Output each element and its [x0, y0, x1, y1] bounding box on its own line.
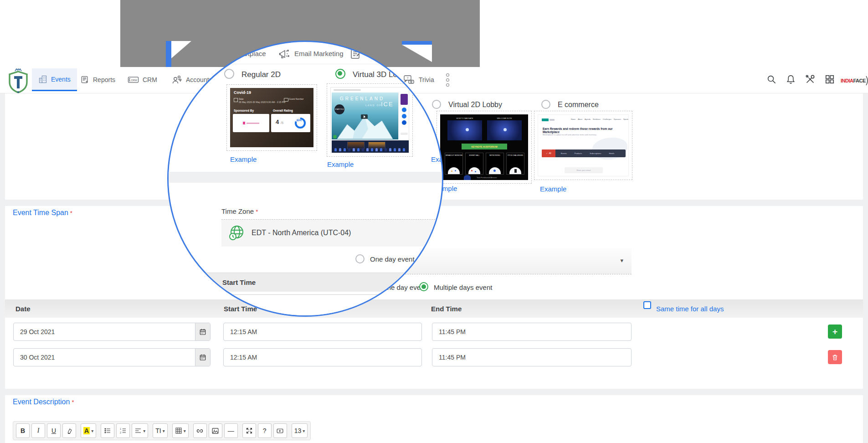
apps-grid-icon[interactable] — [824, 73, 836, 85]
tools-icon[interactable] — [804, 73, 816, 85]
ecom-menu-items: Events Products Subscriptions Hotels — [561, 152, 614, 155]
font-size-button[interactable]: 13 ▾ — [292, 423, 308, 438]
regular-2d-preview: Covid-19 Date 06 May 2020-30 May 2020 6:… — [230, 88, 313, 147]
brand-logo: INDIA FACE — [841, 76, 868, 86]
notifications-bell-icon[interactable] — [785, 73, 796, 85]
color-group: A ▾ — [81, 423, 96, 438]
ecom-menu-item: Events — [561, 152, 567, 155]
help-button[interactable]: ? — [258, 423, 272, 438]
tab-events[interactable]: Events — [32, 68, 77, 91]
kebab-dot — [446, 73, 449, 77]
example-link-virtual-3d[interactable]: Example — [327, 160, 354, 168]
delete-day-button[interactable] — [828, 350, 842, 364]
buildings-icon — [38, 75, 47, 84]
caret-down-icon: ▾ — [620, 257, 623, 264]
browser-bar-decoration — [334, 89, 361, 91]
play-triangle-icon — [364, 115, 365, 118]
bold-button[interactable]: B — [16, 423, 30, 438]
svg-text:1: 1 — [120, 428, 121, 430]
date-input-row2[interactable] — [13, 348, 211, 366]
caret-down-icon: ▾ — [184, 428, 186, 433]
covid-guest-label: Guest Number — [289, 98, 304, 100]
tab-crm[interactable]: CRM CRM — [128, 68, 157, 91]
radio-multiple-days-event[interactable] — [419, 282, 428, 291]
tab-reports[interactable]: Reports — [80, 68, 115, 91]
time-zone-field[interactable]: EDT - North America (UTC-04) — [221, 219, 443, 247]
kebab-dot — [446, 78, 449, 82]
virtual-2d-lobby-preview: HOW TO NAVIGATE WELCOME NOTE KEYNOTE AUD… — [440, 114, 528, 180]
loupe-tab-email-marketing-label[interactable]: Email Marketing — [294, 50, 344, 57]
italic-label: I — [37, 427, 40, 434]
horizontal-rule-button[interactable]: — — [224, 423, 238, 438]
caret-down-icon: ▾ — [91, 428, 93, 433]
rating-percent: 80% — [297, 119, 302, 122]
virtual-3d-preview: GREENLAND LAND OF ICE STAFF PICK — [330, 87, 409, 153]
ecom-subheading: Marketplace is a place to sell and adver… — [543, 134, 620, 136]
calendar-button-row2[interactable] — [195, 349, 210, 366]
covid-rating-label: Overall Rating — [273, 109, 293, 112]
sidebar-purple-panel — [401, 94, 408, 105]
same-time-checkbox-label[interactable]: Same time for all days — [656, 305, 724, 313]
italic-button[interactable]: I — [31, 423, 45, 438]
ecom-menu-all: ✓All — [542, 149, 555, 157]
start-time-input-row2[interactable] — [223, 348, 422, 366]
ecom-email-placeholder: Enter your email — [577, 169, 591, 171]
v2d-room-card-label: PITCH CHALLENGES — [507, 155, 524, 156]
clear-format-button[interactable] — [62, 423, 76, 438]
calendar-button-row1[interactable] — [195, 323, 210, 340]
underline-button[interactable]: U — [47, 423, 61, 438]
numbered-list-button[interactable]: 12 — [116, 423, 130, 438]
font-color-button[interactable]: A ▾ — [81, 423, 96, 438]
ecom-nav-link: Sponsors — [614, 118, 621, 120]
start-time-input-row1[interactable] — [223, 323, 422, 341]
example-link-ecommerce[interactable]: Example — [540, 185, 566, 193]
greenland-subtitle-big: ICE — [381, 101, 394, 108]
end-time-input-row2[interactable] — [432, 348, 632, 366]
loupe-start-time-header: Start Time — [222, 278, 256, 286]
live-green-dot — [333, 135, 337, 139]
time-zone-label-text: Time Zone — [221, 207, 254, 215]
sidebar-action-dot — [402, 120, 406, 125]
insert-link-button[interactable] — [193, 423, 207, 438]
example-link-loupe-partial[interactable]: Example — [431, 155, 443, 163]
add-day-button[interactable]: + — [828, 325, 842, 339]
bullet-list-button[interactable] — [101, 423, 114, 438]
radio-e-commerce[interactable] — [541, 100, 550, 109]
image-icon — [211, 427, 219, 435]
align-button[interactable]: ▾ — [132, 423, 148, 438]
covid-date-value: 06 May 2020-30 May 2020 6:00 AM - 2:15 P… — [239, 101, 287, 103]
required-asterisk: * — [72, 399, 74, 406]
loupe-radio-one-day-event[interactable] — [355, 254, 365, 263]
ecom-heading: Earn Rewards and redeem those rewards fr… — [543, 127, 622, 134]
regular-2d-thumbnail: Covid-19 Date 06 May 2020-30 May 2020 6:… — [226, 84, 317, 151]
end-time-input-row1[interactable] — [432, 323, 632, 341]
insert-table-button[interactable]: ▾ — [172, 423, 189, 438]
same-time-checkbox[interactable] — [643, 301, 651, 309]
v2d-video-screen — [447, 120, 482, 140]
horizontal-rule-label: — — [228, 427, 234, 434]
radio-virtual-2d-lobby[interactable] — [432, 100, 441, 109]
font-size-value: 13 — [294, 427, 302, 434]
radio-virtual-2d-lobby-label: Virtual 2D Lobby — [448, 101, 502, 109]
time-zone-value: EDT - North America (UTC-04) — [252, 229, 351, 237]
paragraph-style-button[interactable]: TI ▾ — [153, 423, 167, 438]
accounts-people-icon — [171, 75, 182, 85]
v2d-room-card-art — [489, 167, 501, 174]
app-logo-shield[interactable] — [7, 67, 29, 93]
v2d-screen2-caption: WELCOME NOTE — [487, 117, 522, 119]
fullscreen-button[interactable] — [242, 423, 256, 438]
eraser-icon — [66, 428, 73, 434]
insert-video-button[interactable] — [273, 423, 287, 438]
ecom-nav-link: Home — [571, 118, 575, 120]
svg-text:?: ? — [407, 76, 409, 79]
date-input-row1[interactable] — [13, 323, 211, 341]
greenland-sidebar — [398, 93, 409, 139]
example-link-regular-2d[interactable]: Example — [230, 155, 257, 163]
search-icon[interactable] — [765, 73, 777, 85]
covid-rating-box: 4 /5 80% — [271, 114, 310, 132]
e-commerce-thumbnail: Home About Agenda Exhibitors Challenges … — [534, 111, 632, 180]
radio-regular-2d[interactable] — [224, 69, 234, 79]
nav-overflow-kebab-menu[interactable] — [446, 73, 449, 87]
insert-image-button[interactable] — [209, 423, 222, 438]
radio-virtual-3d-lobby[interactable] — [335, 69, 345, 79]
